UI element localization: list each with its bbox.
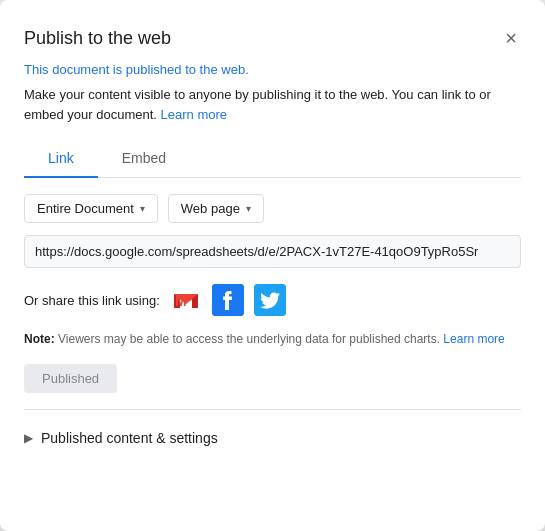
- tabs-container: Link Embed: [24, 140, 521, 178]
- controls-row: Entire Document ▾ Web page ▾: [24, 194, 521, 223]
- close-button[interactable]: ×: [501, 24, 521, 52]
- note-label: Note:: [24, 332, 55, 346]
- divider: [24, 409, 521, 410]
- expand-section[interactable]: ▶ Published content & settings: [24, 426, 521, 450]
- gmail-icon: M: [170, 284, 202, 316]
- note-body: Viewers may be able to access the underl…: [55, 332, 440, 346]
- facebook-icon: [212, 284, 244, 316]
- tab-link[interactable]: Link: [24, 140, 98, 178]
- dialog-header: Publish to the web ×: [24, 24, 521, 52]
- dialog-title: Publish to the web: [24, 28, 171, 49]
- learn-more-link-note[interactable]: Learn more: [443, 332, 504, 346]
- description-body: Make your content visible to anyone by p…: [24, 87, 491, 122]
- status-text: This document is published to the web.: [24, 62, 521, 77]
- url-field[interactable]: https://docs.google.com/spreadsheets/d/e…: [24, 235, 521, 268]
- twitter-icon: [254, 284, 286, 316]
- svg-text:M: M: [175, 293, 187, 309]
- facebook-share-button[interactable]: [212, 284, 244, 316]
- format-arrow: ▾: [246, 203, 251, 214]
- format-label: Web page: [181, 201, 240, 216]
- doc-scope-label: Entire Document: [37, 201, 134, 216]
- twitter-share-button[interactable]: [254, 284, 286, 316]
- published-button: Published: [24, 364, 117, 393]
- tab-embed[interactable]: Embed: [98, 140, 190, 178]
- format-dropdown[interactable]: Web page ▾: [168, 194, 264, 223]
- publish-dialog: Publish to the web × This document is pu…: [0, 0, 545, 531]
- description-text: Make your content visible to anyone by p…: [24, 85, 521, 124]
- share-row: Or share this link using: M: [24, 284, 521, 316]
- doc-scope-dropdown[interactable]: Entire Document ▾: [24, 194, 158, 223]
- gmail-share-button[interactable]: M: [170, 284, 202, 316]
- note-text: Note: Viewers may be able to access the …: [24, 330, 521, 348]
- doc-scope-arrow: ▾: [140, 203, 145, 214]
- share-label: Or share this link using:: [24, 293, 160, 308]
- expand-icon: ▶: [24, 431, 33, 445]
- learn-more-link-top[interactable]: Learn more: [161, 107, 227, 122]
- expand-label: Published content & settings: [41, 430, 218, 446]
